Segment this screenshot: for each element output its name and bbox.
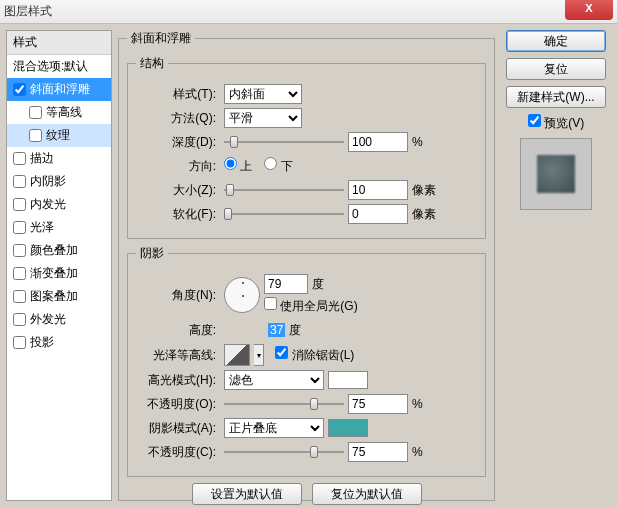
highlight-opacity-label: 不透明度(O): xyxy=(136,396,220,413)
gloss-contour-picker[interactable] xyxy=(224,344,250,366)
altitude-input[interactable]: 37 xyxy=(268,323,285,337)
sidebar-checkbox[interactable] xyxy=(13,83,26,96)
sidebar-item-0[interactable]: 斜面和浮雕 xyxy=(7,78,111,101)
highlight-mode-label: 高光模式(H): xyxy=(136,372,220,389)
global-light-checkbox[interactable]: 使用全局光(G) xyxy=(264,297,358,315)
right-panel: 确定 复位 新建样式(W)... 预览(V) xyxy=(501,30,611,501)
ok-button[interactable]: 确定 xyxy=(506,30,606,52)
shadow-opacity-input[interactable] xyxy=(348,442,408,462)
angle-label: 角度(N): xyxy=(136,287,220,304)
cancel-button[interactable]: 复位 xyxy=(506,58,606,80)
blend-options-item[interactable]: 混合选项:默认 xyxy=(7,55,111,78)
sidebar-item-6[interactable]: 光泽 xyxy=(7,216,111,239)
sidebar-checkbox[interactable] xyxy=(29,129,42,142)
sidebar-item-7[interactable]: 颜色叠加 xyxy=(7,239,111,262)
sidebar-item-2[interactable]: 纹理 xyxy=(7,124,111,147)
highlight-opacity-input[interactable] xyxy=(348,394,408,414)
sidebar-item-label: 等高线 xyxy=(46,104,82,121)
sidebar-checkbox[interactable] xyxy=(13,244,26,257)
sidebar-checkbox[interactable] xyxy=(13,198,26,211)
sidebar-item-label: 光泽 xyxy=(30,219,54,236)
sidebar-item-label: 渐变叠加 xyxy=(30,265,78,282)
sidebar-checkbox[interactable] xyxy=(13,152,26,165)
sidebar-checkbox[interactable] xyxy=(29,106,42,119)
reset-default-button[interactable]: 复位为默认值 xyxy=(312,483,422,505)
method-label: 方法(Q): xyxy=(136,110,220,127)
sidebar-checkbox[interactable] xyxy=(13,175,26,188)
gloss-label: 光泽等高线: xyxy=(136,347,220,364)
structure-group: 结构 样式(T): 内斜面 方法(Q): 平滑 深度(D): % 方向: xyxy=(127,55,486,239)
shadow-mode-label: 阴影模式(A): xyxy=(136,420,220,437)
sidebar-item-5[interactable]: 内发光 xyxy=(7,193,111,216)
style-select[interactable]: 内斜面 xyxy=(224,84,302,104)
sidebar-item-label: 描边 xyxy=(30,150,54,167)
sidebar-item-3[interactable]: 描边 xyxy=(7,147,111,170)
soften-label: 软化(F): xyxy=(136,206,220,223)
main-area: 样式 混合选项:默认 斜面和浮雕等高线纹理描边内阴影内发光光泽颜色叠加渐变叠加图… xyxy=(0,24,617,507)
soften-slider[interactable] xyxy=(224,206,344,222)
size-label: 大小(Z): xyxy=(136,182,220,199)
sidebar-checkbox[interactable] xyxy=(13,313,26,326)
depth-slider[interactable] xyxy=(224,134,344,150)
structure-legend: 结构 xyxy=(136,55,168,72)
sidebar-checkbox[interactable] xyxy=(13,267,26,280)
deg-label: 度 xyxy=(312,276,324,293)
shadow-opacity-label: 不透明度(C): xyxy=(136,444,220,461)
size-input[interactable] xyxy=(348,180,408,200)
direction-label: 方向: xyxy=(136,158,220,175)
method-select[interactable]: 平滑 xyxy=(224,108,302,128)
shadow-mode-select[interactable]: 正片叠底 xyxy=(224,418,324,438)
angle-dial[interactable] xyxy=(224,277,260,313)
new-style-button[interactable]: 新建样式(W)... xyxy=(506,86,606,108)
sidebar-item-10[interactable]: 外发光 xyxy=(7,308,111,331)
preview-checkbox[interactable]: 预览(V) xyxy=(528,114,584,132)
depth-label: 深度(D): xyxy=(136,134,220,151)
sidebar-checkbox[interactable] xyxy=(13,336,26,349)
shading-legend: 阴影 xyxy=(136,245,168,262)
center-panel: 斜面和浮雕 结构 样式(T): 内斜面 方法(Q): 平滑 深度(D): % xyxy=(118,30,495,501)
gloss-dropdown[interactable]: ▾ xyxy=(254,344,264,366)
highlight-mode-select[interactable]: 滤色 xyxy=(224,370,324,390)
window-title: 图层样式 xyxy=(4,3,52,20)
sidebar-item-11[interactable]: 投影 xyxy=(7,331,111,354)
bevel-panel: 斜面和浮雕 结构 样式(T): 内斜面 方法(Q): 平滑 深度(D): % xyxy=(118,30,495,501)
sidebar-header: 样式 xyxy=(7,31,111,55)
sidebar-checkbox[interactable] xyxy=(13,290,26,303)
sidebar-item-label: 图案叠加 xyxy=(30,288,78,305)
soften-input[interactable] xyxy=(348,204,408,224)
sidebar-item-label: 外发光 xyxy=(30,311,66,328)
styles-sidebar: 样式 混合选项:默认 斜面和浮雕等高线纹理描边内阴影内发光光泽颜色叠加渐变叠加图… xyxy=(6,30,112,501)
make-default-button[interactable]: 设置为默认值 xyxy=(192,483,302,505)
preview-box xyxy=(520,138,592,210)
panel-title: 斜面和浮雕 xyxy=(127,30,195,47)
antialias-checkbox[interactable]: 消除锯齿(L) xyxy=(275,346,354,364)
dir-up-radio[interactable]: 上 xyxy=(224,157,252,175)
depth-input[interactable] xyxy=(348,132,408,152)
sidebar-checkbox[interactable] xyxy=(13,221,26,234)
sidebar-item-9[interactable]: 图案叠加 xyxy=(7,285,111,308)
angle-input[interactable] xyxy=(264,274,308,294)
dir-down-radio[interactable]: 下 xyxy=(264,157,292,175)
pct-label: % xyxy=(412,135,423,149)
sidebar-item-label: 投影 xyxy=(30,334,54,351)
shadow-color-swatch[interactable] xyxy=(328,419,368,437)
highlight-color-swatch[interactable] xyxy=(328,371,368,389)
sidebar-item-4[interactable]: 内阴影 xyxy=(7,170,111,193)
sidebar-item-8[interactable]: 渐变叠加 xyxy=(7,262,111,285)
px-label2: 像素 xyxy=(412,206,436,223)
sidebar-item-label: 内发光 xyxy=(30,196,66,213)
highlight-opacity-slider[interactable] xyxy=(224,396,344,412)
title-bar: 图层样式 X xyxy=(0,0,617,24)
close-button[interactable]: X xyxy=(565,0,613,20)
sidebar-item-label: 颜色叠加 xyxy=(30,242,78,259)
sidebar-item-label: 纹理 xyxy=(46,127,70,144)
px-label: 像素 xyxy=(412,182,436,199)
sidebar-item-label: 斜面和浮雕 xyxy=(30,81,90,98)
sidebar-item-label: 内阴影 xyxy=(30,173,66,190)
shadow-opacity-slider[interactable] xyxy=(224,444,344,460)
style-label: 样式(T): xyxy=(136,86,220,103)
size-slider[interactable] xyxy=(224,182,344,198)
altitude-label: 高度: xyxy=(136,322,220,339)
sidebar-item-1[interactable]: 等高线 xyxy=(7,101,111,124)
deg-label2: 度 xyxy=(289,322,301,339)
